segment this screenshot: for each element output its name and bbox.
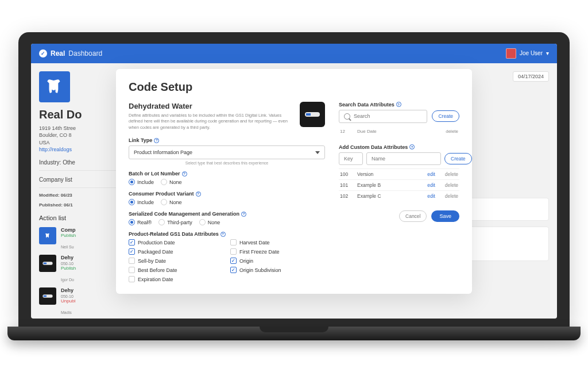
user-name: Joe User — [520, 50, 543, 56]
link-type-select[interactable]: Product Information Page — [129, 145, 325, 159]
delete-link[interactable]: delete — [435, 171, 458, 177]
company-logo — [39, 71, 70, 102]
item-status: Publish — [61, 266, 76, 271]
gs1-checkbox-option[interactable]: Production Date — [129, 239, 223, 246]
search-input-wrapper[interactable] — [339, 110, 427, 123]
checkbox-icon — [230, 267, 237, 273]
checkbox-icon — [129, 267, 135, 273]
brand[interactable]: ✓ Real Dashboard — [39, 49, 102, 57]
brand-check-icon: ✓ — [39, 49, 47, 57]
row-name: Example C — [357, 193, 418, 199]
item-title: Dehy — [61, 255, 76, 260]
edit-link[interactable]: edit — [418, 193, 435, 199]
info-icon[interactable] — [241, 212, 246, 217]
custom-attribute-row: 100 Version edit delete — [339, 168, 459, 179]
info-icon[interactable] — [196, 191, 201, 197]
gs1-checkbox-option[interactable]: Best Before Date — [129, 267, 223, 273]
code-setup-modal: Code Setup Dehydrated Water Define attri… — [116, 69, 472, 294]
info-icon[interactable] — [154, 138, 159, 143]
gs1-checkbox-option[interactable]: Expiration Date — [129, 276, 223, 282]
create-search-attr-button[interactable]: Create — [432, 110, 459, 122]
row-id: 100 — [340, 171, 357, 177]
info-icon[interactable] — [396, 102, 401, 107]
variant-none-radio[interactable]: None — [161, 199, 182, 205]
product-image — [300, 102, 325, 127]
custom-attributes-label: Add Custom Data Attributes — [339, 144, 459, 150]
svg-rect-5 — [306, 113, 311, 116]
link-type-value: Product Information Page — [134, 149, 192, 155]
checkbox-icon — [230, 248, 237, 255]
gs1-checkbox-option[interactable]: Origin — [230, 258, 325, 264]
checkbox-label: Production Date — [138, 240, 175, 246]
custom-key-input[interactable] — [339, 152, 363, 165]
row-id: 101 — [340, 182, 357, 188]
variant-include-radio[interactable]: Include — [129, 199, 154, 205]
checkbox-label: First Freeze Date — [239, 249, 280, 255]
checkbox-label: Sell-by Date — [138, 258, 166, 264]
gs1-checkbox-option[interactable]: Origin Subdivision — [230, 267, 325, 273]
gs1-checkbox-option[interactable]: Sell-by Date — [129, 258, 223, 264]
delete-link[interactable]: delete — [435, 182, 458, 188]
cancel-button[interactable]: Cancel — [399, 210, 427, 222]
save-button[interactable]: Save — [431, 210, 459, 222]
item-thumbnail — [39, 287, 56, 305]
batch-none-radio[interactable]: None — [161, 179, 182, 185]
item-thumbnail — [39, 227, 56, 244]
row-id: 102 — [340, 193, 357, 199]
item-author: Madis — [61, 310, 75, 315]
modal-right-column: Search Data Attributes Create — [339, 102, 459, 283]
search-input[interactable] — [354, 113, 422, 119]
gs1-checkbox-option[interactable]: First Freeze Date — [230, 248, 325, 255]
checkbox-icon — [129, 258, 135, 264]
gs1-checkbox-option[interactable]: Packaged Date — [129, 248, 223, 255]
svg-rect-3 — [44, 296, 47, 297]
serialized-real-radio[interactable]: Real® — [129, 219, 152, 225]
item-title: Comp — [61, 227, 76, 233]
custom-attribute-row: 102 Example C edit delete — [339, 190, 459, 201]
checkbox-label: Packaged Date — [138, 249, 173, 255]
brand-subtitle: Dashboard — [68, 49, 102, 57]
laptop-base — [7, 327, 581, 340]
item-subtitle: 050-10 — [61, 262, 76, 266]
serialized-thirdparty-radio[interactable]: Third-party — [158, 219, 192, 225]
checkbox-icon — [129, 276, 135, 282]
batch-include-radio[interactable]: Include — [129, 179, 154, 185]
modal-left-column: Dehydrated Water Define attributes and v… — [129, 102, 325, 283]
row-name: Example B — [357, 182, 418, 188]
link-type-hint: Select type that best describes this exp… — [129, 161, 325, 165]
serialized-none-radio[interactable]: None — [199, 219, 220, 225]
topbar: ✓ Real Dashboard Joe User ▾ — [31, 44, 557, 63]
link-type-label: Link Type — [129, 137, 325, 143]
laptop-screen: ✓ Real Dashboard Joe User ▾ Real Do — [18, 32, 570, 327]
edit-link[interactable]: edit — [418, 182, 435, 188]
custom-name-input[interactable] — [366, 152, 441, 165]
gs1-checkbox-option[interactable]: Harvest Date — [230, 239, 325, 246]
app-window: ✓ Real Dashboard Joe User ▾ Real Do — [31, 44, 557, 319]
create-custom-attr-button[interactable]: Create — [444, 153, 472, 164]
company-website-link[interactable]: http://realdogs — [39, 147, 72, 152]
search-icon — [344, 113, 350, 120]
edit-link[interactable]: edit — [418, 171, 435, 177]
delete-link[interactable]: delete — [435, 193, 458, 199]
item-title: Dehy — [61, 287, 75, 293]
item-thumbnail — [39, 255, 56, 272]
item-author: Igor Do — [61, 278, 76, 282]
user-menu[interactable]: Joe User ▾ — [506, 48, 549, 59]
info-icon[interactable] — [220, 232, 226, 237]
product-name: Dehydrated Water — [129, 102, 293, 110]
date-display: 04/17/2024 — [513, 71, 549, 82]
modal-title: Code Setup — [129, 80, 459, 94]
checkbox-label: Best Before Date — [138, 267, 177, 273]
gs1-label: Product-Related GS1 Data Attributes — [129, 231, 325, 237]
brand-name: Real — [51, 49, 65, 57]
checkbox-icon — [129, 239, 135, 246]
product-description: Define attributes and variables to be in… — [129, 113, 293, 131]
custom-attribute-row: 101 Example B edit delete — [339, 179, 459, 190]
checkbox-label: Expiration Date — [138, 277, 173, 282]
serialized-label: Serialized Code Management and Generatio… — [129, 211, 325, 217]
item-subtitle: 050-10 — [61, 294, 75, 298]
checkbox-label: Harvest Date — [239, 240, 270, 246]
batch-label: Batch or Lot Number — [129, 171, 325, 177]
info-icon[interactable] — [182, 171, 187, 177]
info-icon[interactable] — [409, 144, 415, 149]
